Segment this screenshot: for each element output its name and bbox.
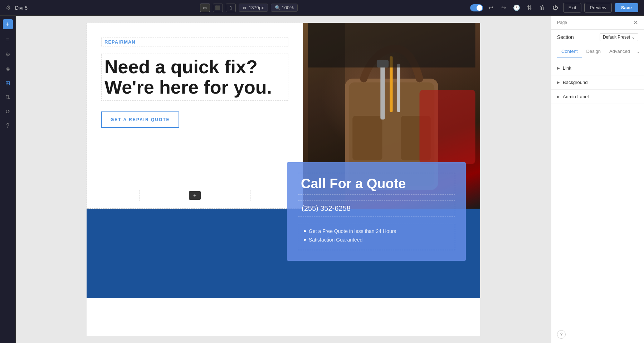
toggle-knob [477,5,482,11]
topbar: ⚙ Divi 5 ▭ ⬛ ▯ ⇔ 1379px 🔍 100% ↩ ↪ 🕐 ⇅ 🗑… [0,0,644,16]
zoom-display[interactable]: 🔍 100% [271,4,298,12]
topbar-left: ⚙ Divi 5 [6,4,28,11]
accordion-background-arrow: ▶ [557,80,560,84]
accordion-background: ▶ Background [551,75,644,90]
app-title: Divi 5 [15,5,28,11]
panel-preset-select[interactable]: Default Preset ⌄ [600,33,638,41]
panel-help-btn[interactable]: ? [557,330,566,339]
svg-rect-7 [397,64,400,112]
add-element-btn[interactable]: + [3,19,13,29]
sidebar-icon-theme[interactable]: ◈ [1,62,14,75]
tab-content[interactable]: Content [557,45,582,58]
responsive-btn[interactable]: ⇅ [525,3,535,13]
quote-card-title: Call For a Quote [298,173,455,195]
sidebar-icon-settings[interactable]: ⚙ [1,48,14,61]
sidebar-icon-portability[interactable]: ⇅ [1,91,14,104]
accordion-link: ▶ Link [551,61,644,75]
sidebar-icon-layers[interactable]: ≡ [1,34,14,46]
svg-rect-9 [420,90,475,164]
tablet-device-btn[interactable]: ⬛ [213,4,223,12]
accordion-admin-label: ▶ Admin Label [551,90,644,104]
quote-bullets-container: Get a Free Quote in less than 24 Hours S… [298,224,455,250]
theme-toggle[interactable] [470,4,483,11]
quote-section: Call For a Quote (255) 352-6258 Get a Fr… [87,209,480,298]
panel-section-label: Section [557,34,574,40]
quote-bullet-1: Get a Free Quote in less than 24 Hours [304,228,449,234]
panel-section-row: Section Default Preset ⌄ [551,30,644,45]
redo-btn[interactable]: ↪ [499,3,509,13]
quote-phone: (255) 352-6258 [298,200,455,217]
accordion-link-header[interactable]: ▶ Link [551,61,644,75]
panel-header: Page ✕ [551,16,644,30]
resize-icon: ⇔ [243,5,247,10]
panel-page-label: Page [557,20,567,25]
add-row-btn[interactable]: + [189,191,201,200]
main-area: + ≡ ⚙ ◈ ⊞ ⇅ ↺ ? REPAIRMAN Need a quick f… [0,16,644,343]
panel-tabs: Content Design Advanced ⌄ [551,45,644,58]
accordion-admin-label-header[interactable]: ▶ Admin Label [551,90,644,104]
mobile-device-btn[interactable]: ▯ [226,4,236,12]
desktop-device-btn[interactable]: ▭ [200,4,210,12]
gear-icon[interactable]: ⚙ [6,4,11,11]
bullet-text-1: Get a Free Quote in less than 24 Hours [309,228,396,234]
sidebar-icon-help[interactable]: ? [1,119,14,132]
svg-rect-2 [352,116,382,160]
left-sidebar: + ≡ ⚙ ◈ ⊞ ⇅ ↺ ? [0,16,16,343]
panel-content: ▶ Link ▶ Background ▶ Admin Label [551,58,644,326]
power-btn[interactable]: ⏻ [550,3,560,13]
topbar-right: ↩ ↪ 🕐 ⇅ 🗑 ⏻ Exit Preview Save [470,3,638,13]
width-display[interactable]: ⇔ 1379px [239,4,268,12]
main-headline[interactable]: Need a quick fix? We're here for you. [101,54,288,101]
accordion-background-header[interactable]: ▶ Background [551,75,644,89]
zoom-value: 100% [282,5,294,10]
width-value: 1379px [249,5,264,10]
preset-chevron-icon: ⌄ [631,35,635,40]
tabs-more-chevron[interactable]: ⌄ [634,45,642,58]
accordion-background-label: Background [563,80,587,85]
panel-close-btn[interactable]: ✕ [633,19,638,26]
sidebar-icon-history[interactable]: ↺ [1,105,14,118]
quote-bullet-2: Satisfaction Guaranteed [304,237,449,243]
add-row-bar: + [140,190,250,201]
canvas-page: REPAIRMAN Need a quick fix? We're here f… [87,23,480,336]
trash-btn[interactable]: 🗑 [537,3,547,13]
right-panel: Page ✕ Section Default Preset ⌄ Content … [551,16,644,343]
bullet-dot-2 [304,239,306,241]
cta-repair-quote-btn[interactable]: GET A REPAIR QUOTE [101,111,179,128]
save-button[interactable]: Save [615,3,638,12]
undo-btn[interactable]: ↩ [486,3,496,13]
sidebar-icon-modules[interactable]: ⊞ [1,76,14,89]
accordion-admin-arrow: ▶ [557,95,560,99]
accordion-link-label: Link [563,65,571,71]
exit-button[interactable]: Exit [563,3,582,13]
zoom-icon: 🔍 [275,5,280,10]
bullet-text-2: Satisfaction Guaranteed [309,237,362,243]
svg-rect-4 [380,60,385,119]
accordion-link-arrow: ▶ [557,66,560,70]
preset-label-text: Default Preset [603,35,630,40]
accordion-admin-label-text: Admin Label [563,94,589,99]
topbar-center: ▭ ⬛ ▯ ⇔ 1379px 🔍 100% [200,4,298,12]
hero-left-column: REPAIRMAN Need a quick fix? We're here f… [87,23,303,209]
canvas-area: REPAIRMAN Need a quick fix? We're here f… [16,16,551,343]
repairman-label: REPAIRMAN [101,38,288,46]
history-btn[interactable]: 🕐 [512,3,522,13]
tab-advanced[interactable]: Advanced [605,45,634,58]
preview-button[interactable]: Preview [584,3,611,13]
quote-overlay-card: Call For a Quote (255) 352-6258 Get a Fr… [287,162,466,261]
tab-design[interactable]: Design [582,45,605,58]
bullet-dot-1 [304,230,306,232]
